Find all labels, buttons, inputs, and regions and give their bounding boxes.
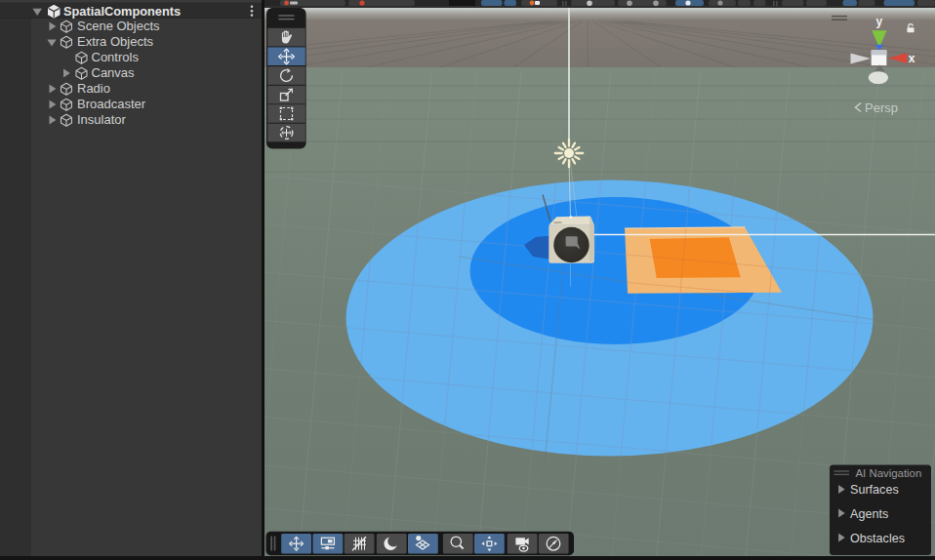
svg-text:Canvas: Canvas [92,65,136,80]
svg-text:SpatialComponents: SpatialComponents [63,4,181,19]
svg-text:Controls: Controls [92,50,140,64]
svg-text:Persp: Persp [865,100,898,115]
svg-text:Radio: Radio [77,81,110,96]
svg-text:Agents: Agents [850,507,888,521]
svg-text:Scene Objects: Scene Objects [77,19,160,33]
svg-text:Obstacles: Obstacles [850,532,905,545]
svg-text:Broadcaster: Broadcaster [77,97,146,111]
svg-text:Insulator: Insulator [77,112,127,127]
svg-text:Surfaces: Surfaces [850,483,899,497]
svg-text:y: y [876,15,883,28]
svg-text:Extra Objects: Extra Objects [77,34,154,49]
svg-text:x: x [909,52,915,65]
svg-text:AI Navigation: AI Navigation [856,467,922,479]
